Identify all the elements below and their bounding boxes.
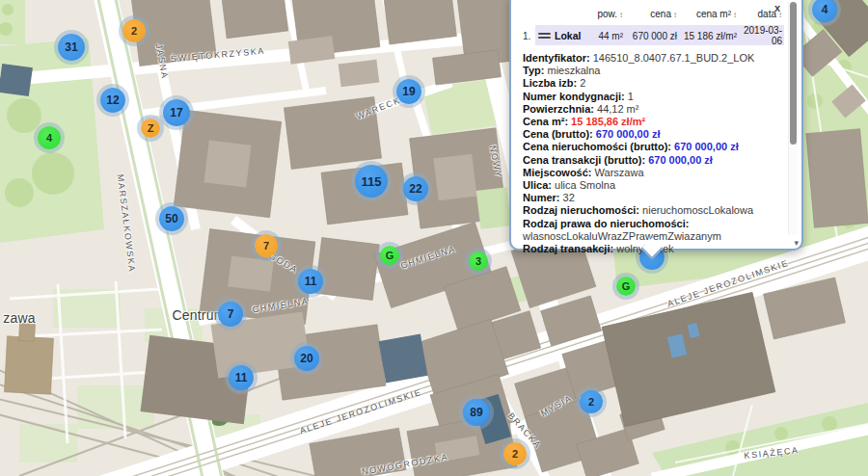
property-results-popup: x pow.↕ cena↕ cena m²↕ data↕ 1. Lokal 44…	[509, 0, 803, 251]
lokal-icon	[538, 31, 551, 40]
map-marker-orange[interactable]: 7	[255, 234, 278, 257]
sort-cena-m2[interactable]: cena m²↕	[677, 9, 737, 19]
map-stage: ŚWIĘTOKRZYSKAJASNAWARECKANOWYMARSZAŁKOWS…	[0, 0, 868, 476]
row-name: Lokal	[555, 30, 581, 41]
map-marker-green[interactable]: G	[616, 277, 636, 296]
sort-pow[interactable]: pow.↕	[586, 9, 623, 19]
map-marker-blue[interactable]: 11	[229, 365, 254, 390]
scrollbar-thumb[interactable]	[790, 2, 797, 145]
results-table: pow.↕ cena↕ cena m²↕ data↕ 1. Lokal 44 m…	[523, 6, 778, 45]
row-cena-m2: 15 186 zł/m²	[677, 31, 737, 41]
close-icon[interactable]: x	[774, 3, 780, 13]
scroll-down-icon[interactable]: ▾	[794, 238, 799, 248]
detail-line: Identyfikator: 146510_8.0407.67.1_BUD.2_…	[523, 52, 778, 65]
map-marker-orange[interactable]: Z	[141, 119, 160, 138]
map-marker-green[interactable]: 3	[469, 251, 488, 271]
detail-line: Cena nieruchomości (brutto): 670 000,00 …	[523, 141, 778, 153]
map-marker-green[interactable]: 4	[38, 126, 61, 149]
map-marker-blue[interactable]: 2	[580, 390, 603, 413]
map-marker-orange[interactable]: 2	[122, 19, 146, 42]
detail-line: Powierzchnia: 44,12 m²	[523, 103, 778, 116]
property-details: Identyfikator: 146510_8.0407.67.1_BUD.2_…	[523, 52, 778, 255]
map-marker-blue[interactable]: 20	[294, 346, 319, 371]
row-pow: 44 m²	[586, 31, 623, 41]
map-marker-blue[interactable]: 11	[298, 269, 323, 294]
row-data: 2019-03-06	[737, 25, 782, 46]
map-marker-blue[interactable]: 7	[218, 302, 243, 327]
map-marker-blue[interactable]: 17	[163, 99, 190, 126]
detail-line: Typ: mieszkalna	[523, 65, 778, 77]
detail-line: Numer: 32	[523, 192, 778, 204]
result-row[interactable]: 1. Lokal 44 m² 670 000 zł 15 186 zł/m² 2…	[523, 25, 778, 45]
map-marker-blue[interactable]: 31	[58, 34, 85, 61]
results-table-header: pow.↕ cena↕ cena m²↕ data↕	[523, 6, 778, 22]
sort-cena[interactable]: cena↕	[623, 9, 677, 19]
map-marker-blue[interactable]: 12	[100, 88, 125, 113]
detail-line: Cena m²: 15 185,86 zł/m²	[523, 116, 778, 128]
detail-line: Cena (brutto): 670 000,00 zł	[523, 128, 778, 141]
detail-line: Numer kondygnacji: 1	[523, 91, 778, 103]
map-marker-blue[interactable]: 4	[812, 0, 837, 22]
map-marker-blue[interactable]: 19	[396, 79, 421, 104]
map-marker-blue[interactable]: 89	[463, 399, 490, 426]
detail-line: Cena transakcji (brutto): 670 000,00 zł	[523, 154, 778, 167]
row-cena: 670 000 zł	[623, 31, 677, 41]
map-marker-blue[interactable]: 50	[159, 206, 184, 231]
row-index: 1.	[523, 31, 534, 41]
detail-line: Miejscowość: Warszawa	[523, 167, 778, 179]
map-marker-blue[interactable]: 22	[403, 176, 428, 201]
detail-line: Rodzaj nieruchomości: nieruchomoscLokalo…	[523, 204, 778, 217]
popup-scrollbar[interactable]	[788, 2, 798, 235]
map-marker-blue[interactable]: 115	[355, 165, 388, 198]
map-marker-orange[interactable]: 2	[503, 442, 527, 465]
detail-line: Liczba izb: 2	[523, 77, 778, 90]
detail-line: Ulica: ulica Smolna	[523, 179, 778, 192]
map-marker-green[interactable]: G	[380, 246, 399, 265]
